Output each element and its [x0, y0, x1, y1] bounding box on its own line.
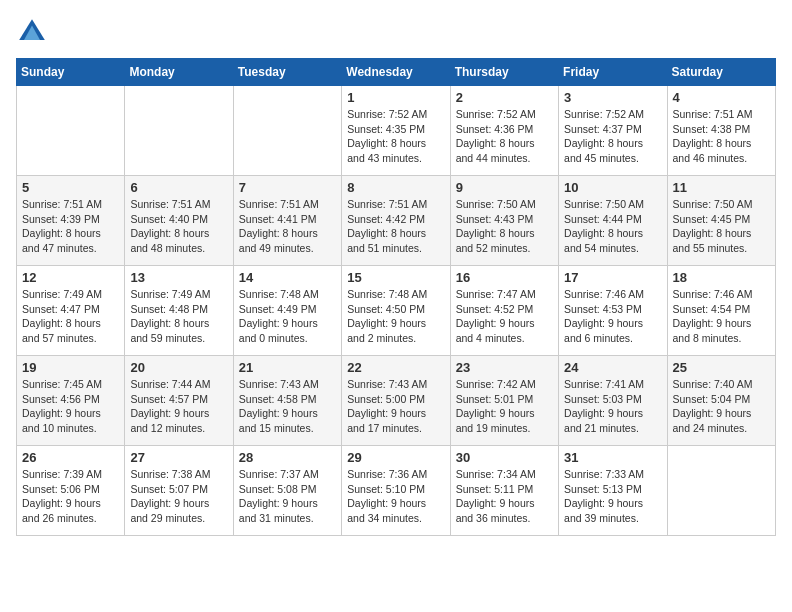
calendar-cell — [233, 86, 341, 176]
calendar-cell: 12 Sunrise: 7:49 AMSunset: 4:47 PMDaylig… — [17, 266, 125, 356]
weekday-header: Tuesday — [233, 59, 341, 86]
calendar-week-row: 12 Sunrise: 7:49 AMSunset: 4:47 PMDaylig… — [17, 266, 776, 356]
calendar-cell: 8 Sunrise: 7:51 AMSunset: 4:42 PMDayligh… — [342, 176, 450, 266]
day-number: 26 — [22, 450, 119, 465]
day-info: Sunrise: 7:39 AMSunset: 5:06 PMDaylight:… — [22, 467, 119, 526]
day-number: 4 — [673, 90, 770, 105]
day-number: 30 — [456, 450, 553, 465]
calendar-cell: 18 Sunrise: 7:46 AMSunset: 4:54 PMDaylig… — [667, 266, 775, 356]
calendar-cell: 29 Sunrise: 7:36 AMSunset: 5:10 PMDaylig… — [342, 446, 450, 536]
weekday-header: Sunday — [17, 59, 125, 86]
logo — [16, 16, 52, 48]
day-number: 23 — [456, 360, 553, 375]
day-info: Sunrise: 7:48 AMSunset: 4:49 PMDaylight:… — [239, 287, 336, 346]
day-number: 27 — [130, 450, 227, 465]
day-info: Sunrise: 7:37 AMSunset: 5:08 PMDaylight:… — [239, 467, 336, 526]
day-info: Sunrise: 7:50 AMSunset: 4:44 PMDaylight:… — [564, 197, 661, 256]
calendar-cell: 1 Sunrise: 7:52 AMSunset: 4:35 PMDayligh… — [342, 86, 450, 176]
weekday-header: Wednesday — [342, 59, 450, 86]
page-header — [16, 16, 776, 48]
day-info: Sunrise: 7:47 AMSunset: 4:52 PMDaylight:… — [456, 287, 553, 346]
day-info: Sunrise: 7:52 AMSunset: 4:37 PMDaylight:… — [564, 107, 661, 166]
calendar-cell: 17 Sunrise: 7:46 AMSunset: 4:53 PMDaylig… — [559, 266, 667, 356]
weekday-header: Monday — [125, 59, 233, 86]
day-info: Sunrise: 7:33 AMSunset: 5:13 PMDaylight:… — [564, 467, 661, 526]
day-info: Sunrise: 7:38 AMSunset: 5:07 PMDaylight:… — [130, 467, 227, 526]
day-number: 6 — [130, 180, 227, 195]
calendar-cell — [667, 446, 775, 536]
day-number: 17 — [564, 270, 661, 285]
calendar-cell: 30 Sunrise: 7:34 AMSunset: 5:11 PMDaylig… — [450, 446, 558, 536]
calendar-cell: 22 Sunrise: 7:43 AMSunset: 5:00 PMDaylig… — [342, 356, 450, 446]
day-info: Sunrise: 7:51 AMSunset: 4:41 PMDaylight:… — [239, 197, 336, 256]
day-info: Sunrise: 7:43 AMSunset: 4:58 PMDaylight:… — [239, 377, 336, 436]
day-info: Sunrise: 7:51 AMSunset: 4:38 PMDaylight:… — [673, 107, 770, 166]
day-info: Sunrise: 7:40 AMSunset: 5:04 PMDaylight:… — [673, 377, 770, 436]
calendar-cell: 9 Sunrise: 7:50 AMSunset: 4:43 PMDayligh… — [450, 176, 558, 266]
day-info: Sunrise: 7:41 AMSunset: 5:03 PMDaylight:… — [564, 377, 661, 436]
day-number: 19 — [22, 360, 119, 375]
day-number: 3 — [564, 90, 661, 105]
day-info: Sunrise: 7:51 AMSunset: 4:40 PMDaylight:… — [130, 197, 227, 256]
weekday-header: Saturday — [667, 59, 775, 86]
day-number: 15 — [347, 270, 444, 285]
day-info: Sunrise: 7:50 AMSunset: 4:43 PMDaylight:… — [456, 197, 553, 256]
day-number: 13 — [130, 270, 227, 285]
day-number: 8 — [347, 180, 444, 195]
day-info: Sunrise: 7:44 AMSunset: 4:57 PMDaylight:… — [130, 377, 227, 436]
day-number: 9 — [456, 180, 553, 195]
logo-icon — [16, 16, 48, 48]
day-number: 14 — [239, 270, 336, 285]
day-info: Sunrise: 7:51 AMSunset: 4:42 PMDaylight:… — [347, 197, 444, 256]
calendar-week-row: 5 Sunrise: 7:51 AMSunset: 4:39 PMDayligh… — [17, 176, 776, 266]
day-number: 22 — [347, 360, 444, 375]
day-info: Sunrise: 7:36 AMSunset: 5:10 PMDaylight:… — [347, 467, 444, 526]
day-number: 5 — [22, 180, 119, 195]
calendar-cell: 16 Sunrise: 7:47 AMSunset: 4:52 PMDaylig… — [450, 266, 558, 356]
day-number: 10 — [564, 180, 661, 195]
day-number: 12 — [22, 270, 119, 285]
day-number: 2 — [456, 90, 553, 105]
calendar-cell: 28 Sunrise: 7:37 AMSunset: 5:08 PMDaylig… — [233, 446, 341, 536]
day-info: Sunrise: 7:51 AMSunset: 4:39 PMDaylight:… — [22, 197, 119, 256]
day-number: 24 — [564, 360, 661, 375]
calendar-cell: 31 Sunrise: 7:33 AMSunset: 5:13 PMDaylig… — [559, 446, 667, 536]
day-info: Sunrise: 7:49 AMSunset: 4:48 PMDaylight:… — [130, 287, 227, 346]
calendar-cell: 26 Sunrise: 7:39 AMSunset: 5:06 PMDaylig… — [17, 446, 125, 536]
calendar-cell: 2 Sunrise: 7:52 AMSunset: 4:36 PMDayligh… — [450, 86, 558, 176]
day-number: 21 — [239, 360, 336, 375]
day-info: Sunrise: 7:52 AMSunset: 4:36 PMDaylight:… — [456, 107, 553, 166]
calendar-cell: 20 Sunrise: 7:44 AMSunset: 4:57 PMDaylig… — [125, 356, 233, 446]
day-info: Sunrise: 7:46 AMSunset: 4:54 PMDaylight:… — [673, 287, 770, 346]
calendar-cell: 15 Sunrise: 7:48 AMSunset: 4:50 PMDaylig… — [342, 266, 450, 356]
calendar-table: SundayMondayTuesdayWednesdayThursdayFrid… — [16, 58, 776, 536]
calendar-cell — [125, 86, 233, 176]
calendar-cell: 3 Sunrise: 7:52 AMSunset: 4:37 PMDayligh… — [559, 86, 667, 176]
calendar-cell: 11 Sunrise: 7:50 AMSunset: 4:45 PMDaylig… — [667, 176, 775, 266]
day-info: Sunrise: 7:46 AMSunset: 4:53 PMDaylight:… — [564, 287, 661, 346]
day-number: 29 — [347, 450, 444, 465]
calendar-cell: 10 Sunrise: 7:50 AMSunset: 4:44 PMDaylig… — [559, 176, 667, 266]
calendar-cell: 27 Sunrise: 7:38 AMSunset: 5:07 PMDaylig… — [125, 446, 233, 536]
calendar-cell: 19 Sunrise: 7:45 AMSunset: 4:56 PMDaylig… — [17, 356, 125, 446]
day-info: Sunrise: 7:49 AMSunset: 4:47 PMDaylight:… — [22, 287, 119, 346]
day-number: 25 — [673, 360, 770, 375]
weekday-header: Thursday — [450, 59, 558, 86]
calendar-cell — [17, 86, 125, 176]
day-number: 18 — [673, 270, 770, 285]
calendar-cell: 4 Sunrise: 7:51 AMSunset: 4:38 PMDayligh… — [667, 86, 775, 176]
day-number: 16 — [456, 270, 553, 285]
calendar-cell: 6 Sunrise: 7:51 AMSunset: 4:40 PMDayligh… — [125, 176, 233, 266]
day-info: Sunrise: 7:48 AMSunset: 4:50 PMDaylight:… — [347, 287, 444, 346]
calendar-cell: 13 Sunrise: 7:49 AMSunset: 4:48 PMDaylig… — [125, 266, 233, 356]
calendar-cell: 24 Sunrise: 7:41 AMSunset: 5:03 PMDaylig… — [559, 356, 667, 446]
day-number: 28 — [239, 450, 336, 465]
day-info: Sunrise: 7:52 AMSunset: 4:35 PMDaylight:… — [347, 107, 444, 166]
day-number: 1 — [347, 90, 444, 105]
calendar-week-row: 1 Sunrise: 7:52 AMSunset: 4:35 PMDayligh… — [17, 86, 776, 176]
calendar-week-row: 19 Sunrise: 7:45 AMSunset: 4:56 PMDaylig… — [17, 356, 776, 446]
day-info: Sunrise: 7:43 AMSunset: 5:00 PMDaylight:… — [347, 377, 444, 436]
day-info: Sunrise: 7:45 AMSunset: 4:56 PMDaylight:… — [22, 377, 119, 436]
calendar-cell: 23 Sunrise: 7:42 AMSunset: 5:01 PMDaylig… — [450, 356, 558, 446]
day-number: 31 — [564, 450, 661, 465]
